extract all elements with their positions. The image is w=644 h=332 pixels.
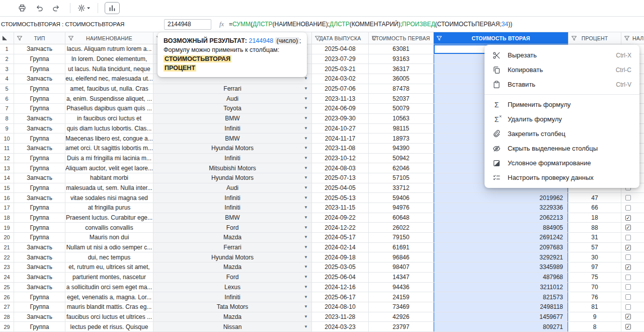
cell-name[interactable]: amet orci. Ut sagittis lobortis m... — [65, 144, 153, 154]
cell-percent[interactable]: 18 — [569, 213, 621, 223]
availability-checkbox[interactable]: ✓ — [625, 264, 631, 270]
cell-date[interactable]: 2024-08-10 — [312, 302, 369, 312]
filter-icon[interactable] — [68, 35, 74, 41]
column-header-percent[interactable]: ПРОЦЕНТ — [569, 32, 621, 44]
cell-cost-second[interactable]: 2498118 — [434, 302, 569, 312]
cell-date[interactable]: 2024-03-02 — [312, 74, 369, 84]
cell-availability[interactable] — [621, 233, 644, 243]
cell-cost-first[interactable]: 33712 — [369, 183, 434, 193]
cell-date[interactable]: 2024-06-09 — [312, 104, 369, 114]
cell-percent[interactable]: 70 — [569, 283, 621, 293]
cell-cost-first[interactable]: 14347 — [369, 273, 434, 283]
availability-checkbox[interactable] — [625, 205, 631, 211]
cell-date[interactable]: 2023-09-30 — [312, 114, 369, 124]
cell-type[interactable]: Группа — [14, 183, 65, 193]
cell-name[interactable]: Mauris non dui — [65, 233, 153, 243]
cell-brand-dropdown[interactable]: Infiniti▼ — [153, 154, 312, 164]
bar-chart-button[interactable] — [105, 2, 120, 14]
row-number[interactable]: 21 — [0, 243, 14, 253]
availability-checkbox[interactable]: ✓ — [625, 225, 631, 230]
cell-name[interactable]: amet, faucibus ut, nulla. Cras — [65, 84, 153, 94]
cell-brand-dropdown[interactable]: Hyundai Motors▼ — [153, 144, 312, 154]
cell-availability[interactable] — [621, 283, 644, 293]
print-button[interactable] — [15, 2, 29, 15]
availability-checkbox[interactable] — [625, 304, 631, 310]
cell-type[interactable]: Группа — [14, 134, 65, 144]
cell-cost-first[interactable]: 63081 — [369, 44, 434, 54]
cell-type[interactable]: Группа — [14, 54, 65, 64]
filter-icon[interactable] — [624, 35, 630, 41]
cell-type[interactable]: Группа — [14, 64, 65, 74]
cell-type[interactable]: Запчасть — [14, 283, 65, 293]
row-number[interactable]: 27 — [0, 302, 14, 312]
cell-type[interactable]: Запчасть — [14, 74, 65, 84]
filter-icon[interactable] — [17, 35, 23, 41]
cell-name[interactable]: Aliquam auctor, velit eget laore... — [65, 163, 153, 173]
cell-type[interactable]: Запчасть — [14, 124, 65, 134]
cell-cost-second[interactable]: 3211012 — [434, 283, 569, 293]
cell-cost-first[interactable]: 26022 — [369, 223, 434, 233]
filter-icon[interactable] — [314, 35, 320, 41]
cell-brand-dropdown[interactable]: BMW▼ — [153, 114, 312, 124]
cell-brand-dropdown[interactable]: Tata Motors▼ — [153, 302, 312, 312]
cell-name[interactable]: Nullam ut nisi a odio semper c... — [65, 243, 153, 253]
cell-type[interactable]: Запчасть — [14, 312, 65, 322]
cell-date[interactable]: 2024-08-03 — [312, 163, 369, 173]
column-header-type[interactable]: ТИП — [14, 32, 65, 44]
cell-type[interactable]: Группа — [14, 213, 65, 223]
cell-percent[interactable]: 75 — [569, 273, 621, 283]
tooltip-result-value[interactable]: 2144948 — [249, 37, 273, 44]
cell-date[interactable]: 2025-03-21 — [312, 64, 369, 74]
cell-name[interactable]: quis diam luctus lobortis. Clas... — [65, 124, 153, 134]
cell-cost-second[interactable]: 2062213 — [434, 213, 569, 223]
column-header-name[interactable]: НАИМЕНОВАНИЕ — [65, 32, 153, 44]
cell-date[interactable]: 2025-07-06 — [312, 84, 369, 94]
cell-availability[interactable] — [621, 203, 644, 213]
cell-date[interactable]: 2025-05-13 — [312, 193, 369, 203]
row-number[interactable]: 12 — [0, 154, 14, 164]
cell-date[interactable]: 2023-07-29 — [312, 54, 369, 64]
cell-brand-dropdown[interactable]: Mitsubishi Motors▼ — [153, 163, 312, 173]
cell-cost-second[interactable]: 884905 — [434, 223, 569, 233]
cell-type[interactable]: Запчасть — [14, 144, 65, 154]
cell-brand-dropdown[interactable]: Audi▼ — [153, 183, 312, 193]
cell-name[interactable]: In lorem. Donec elementum, — [65, 54, 153, 64]
availability-checkbox[interactable] — [625, 235, 631, 240]
filter-icon[interactable] — [371, 35, 377, 41]
cell-name[interactable]: mauris blandit mattis. Cras eg... — [65, 302, 153, 312]
cell-brand-dropdown[interactable]: Hyundai Motors▼ — [153, 252, 312, 262]
availability-checkbox[interactable]: ✓ — [625, 324, 631, 329]
row-number[interactable]: 11 — [0, 144, 14, 154]
cell-type[interactable]: Группа — [14, 322, 65, 332]
cell-availability[interactable] — [621, 193, 644, 203]
cell-name[interactable]: convallis convallis — [65, 223, 153, 233]
cell-date[interactable]: 2023-11-28 — [312, 312, 369, 322]
row-number[interactable]: 29 — [0, 322, 14, 332]
cell-percent[interactable]: 57 — [569, 243, 621, 253]
cell-date[interactable]: 2023-11-08 — [312, 144, 369, 154]
cell-name[interactable]: ut lacus. Nulla tincidunt, neque — [65, 64, 153, 74]
availability-checkbox[interactable] — [625, 254, 631, 260]
cell-name[interactable]: at fringilla purus — [65, 203, 153, 213]
cell-cost-first[interactable]: 94436 — [369, 283, 434, 293]
cell-date[interactable]: 2024-09-18 — [312, 252, 369, 262]
cell-name[interactable]: parturient montes, nascetur — [65, 273, 153, 283]
cell-name[interactable]: Duis a mi fringilla mi lacinia m... — [65, 154, 153, 164]
cell-type[interactable]: Группа — [14, 163, 65, 173]
cell-type[interactable]: Группа — [14, 233, 65, 243]
cell-cost-first[interactable]: 36005 — [369, 74, 434, 84]
cell-cost-first[interactable]: 73469 — [369, 302, 434, 312]
cell-type[interactable]: Запчасть — [14, 243, 65, 253]
column-header-cost1[interactable]: СТОИМОСТЬ ПЕРВАЯ — [369, 32, 434, 44]
cell-date[interactable]: 2024-05-17 — [312, 233, 369, 243]
cell-percent[interactable]: 8 — [569, 322, 621, 332]
row-number[interactable]: 19 — [0, 223, 14, 233]
cell-brand-dropdown[interactable]: Toyota▼ — [153, 104, 312, 114]
cell-name[interactable]: habitant morbi — [65, 173, 153, 183]
cell-cost-second[interactable]: 2691242 — [434, 233, 569, 243]
cell-cost-first[interactable]: 87478 — [369, 84, 434, 94]
menu-item-data-validation[interactable]: Настроить проверку данных — [485, 170, 639, 185]
cell-name[interactable]: et, rutrum eu, ultrices sit amet, — [65, 262, 153, 273]
row-number[interactable]: 14 — [0, 173, 14, 183]
row-number[interactable]: 6 — [0, 94, 14, 104]
